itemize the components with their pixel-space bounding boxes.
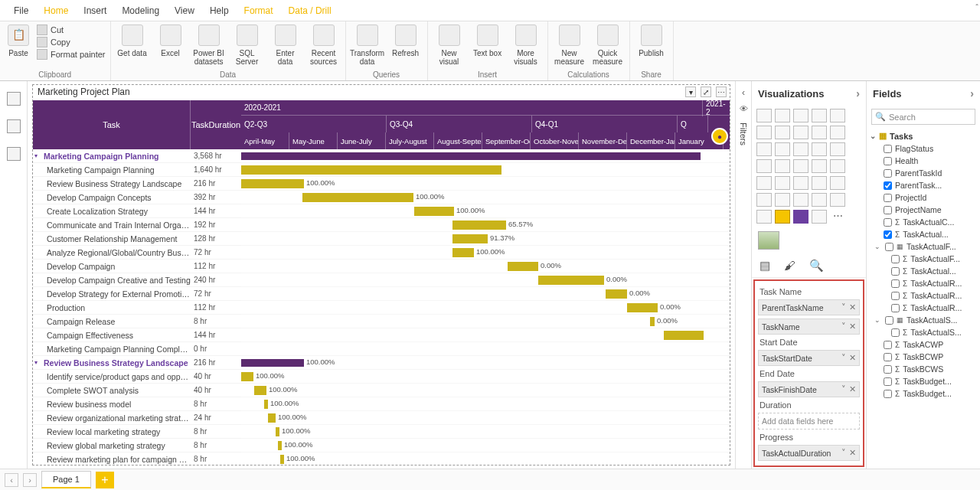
- field-item[interactable]: ⌄▦TaskActualS...: [870, 314, 977, 326]
- field-checkbox[interactable]: [884, 390, 892, 398]
- gantt-bar[interactable]: [280, 455, 284, 464]
- menu-help[interactable]: Help: [202, 2, 237, 19]
- viz-collapse-icon[interactable]: ›: [856, 87, 860, 100]
- field-item[interactable]: ΣTaskBudget...: [870, 387, 977, 400]
- format-painter-button[interactable]: Format painter: [37, 49, 106, 60]
- viz-more-icon[interactable]: ⋯: [830, 210, 845, 224]
- ribbon-sql-server[interactable]: SQL Server: [230, 24, 264, 66]
- task-summary-row[interactable]: Marketing Campaign Planning3,568 hr: [33, 149, 241, 163]
- fields-tab-icon[interactable]: ▤: [760, 259, 770, 273]
- field-checkbox[interactable]: [891, 267, 900, 276]
- field-checkbox[interactable]: [884, 181, 892, 190]
- viz-type-icon[interactable]: [830, 126, 845, 139]
- field-checkbox[interactable]: [884, 157, 892, 165]
- field-checkbox[interactable]: [891, 304, 900, 312]
- well-item-end[interactable]: TaskFinishDate˅✕: [758, 381, 860, 397]
- gantt-bar[interactable]: [452, 220, 506, 230]
- viz-type-icon[interactable]: [830, 142, 845, 156]
- field-item[interactable]: ΣTaskActualR...: [870, 289, 977, 302]
- field-checkbox[interactable]: [884, 230, 892, 239]
- viz-type-icon[interactable]: [756, 176, 772, 190]
- chevron-down-icon[interactable]: ˅: [841, 384, 846, 394]
- remove-icon[interactable]: ✕: [849, 302, 856, 312]
- gantt-bar[interactable]: [508, 262, 538, 271]
- ribbon-refresh[interactable]: Refresh: [389, 24, 423, 57]
- task-row[interactable]: Review local marketing strategy8 hr: [33, 425, 241, 439]
- field-checkbox[interactable]: [884, 194, 892, 202]
- field-item[interactable]: ΣTaskACWP: [870, 338, 977, 351]
- task-row[interactable]: Develop Campaign Concepts392 hr: [33, 191, 241, 204]
- viz-type-icon[interactable]: [793, 126, 808, 139]
- task-row[interactable]: Review marketing plan for campaign budge…: [33, 452, 241, 465]
- gantt-bar[interactable]: [278, 441, 282, 450]
- field-item[interactable]: ΣTaskActual...: [870, 265, 977, 277]
- task-row[interactable]: Develop Campaign112 hr: [33, 260, 241, 273]
- expand-icon[interactable]: ⌄: [870, 132, 876, 140]
- page-tab[interactable]: Page 1: [41, 471, 91, 488]
- gantt-bar[interactable]: [254, 386, 266, 395]
- filters-pane-collapsed[interactable]: ‹ 👁 Filters: [735, 81, 752, 469]
- field-checkbox[interactable]: [885, 243, 893, 251]
- task-row[interactable]: Review business model8 hr: [33, 397, 241, 411]
- gantt-bar[interactable]: [538, 276, 604, 285]
- field-checkbox[interactable]: [884, 353, 892, 361]
- gantt-bar[interactable]: [452, 234, 488, 243]
- filters-expand-icon[interactable]: ‹: [742, 87, 745, 98]
- data-view-icon[interactable]: [7, 119, 21, 133]
- viz-type-icon[interactable]: [793, 193, 808, 207]
- gantt-bar[interactable]: [414, 207, 454, 216]
- viz-type-icon[interactable]: [812, 142, 827, 156]
- ribbon-power-bi-datasets[interactable]: Power BI datasets: [192, 24, 226, 66]
- viz-type-icon[interactable]: [756, 142, 772, 156]
- field-item[interactable]: ΣTaskActualC...: [870, 216, 977, 228]
- viz-type-icon[interactable]: [756, 210, 772, 224]
- gantt-bar[interactable]: [606, 289, 627, 299]
- chevron-down-icon[interactable]: ˅: [841, 322, 846, 332]
- field-checkbox[interactable]: [891, 255, 900, 263]
- expand-icon[interactable]: ⌄: [874, 243, 880, 250]
- field-item[interactable]: ΣTaskBudget...: [870, 375, 977, 387]
- viz-type-icon[interactable]: [775, 109, 790, 122]
- viz-type-icon[interactable]: [793, 142, 808, 156]
- chevron-down-icon[interactable]: ˅: [841, 302, 846, 312]
- menu-file[interactable]: File: [6, 2, 36, 19]
- viz-type-icon[interactable]: [756, 109, 772, 122]
- field-item[interactable]: ΣTaskActualR...: [870, 302, 977, 314]
- viz-type-icon[interactable]: [775, 193, 790, 207]
- analytics-tab-icon[interactable]: 🔍: [809, 259, 824, 273]
- ribbon-recent-sources[interactable]: Recent sources: [307, 24, 341, 66]
- viz-type-icon[interactable]: [756, 193, 772, 207]
- cut-button[interactable]: Cut: [37, 24, 106, 35]
- add-page-button[interactable]: +: [96, 472, 114, 488]
- paste-button[interactable]: 📋Paste: [5, 24, 32, 57]
- filters-eye-icon[interactable]: 👁: [740, 104, 748, 113]
- well-item-taskname[interactable]: TaskName˅✕: [758, 318, 860, 335]
- viz-type-icon[interactable]: [775, 176, 790, 190]
- fields-collapse-icon[interactable]: ›: [970, 87, 974, 100]
- gantt-bar[interactable]: [264, 400, 268, 409]
- ribbon-new-visual[interactable]: New visual: [433, 24, 466, 66]
- gantt-bar[interactable]: [241, 152, 701, 160]
- task-row[interactable]: Review Business Strategy Landscape216 hr: [33, 177, 241, 191]
- task-summary-row[interactable]: Review Business Strategy Landscape216 hr: [33, 356, 241, 370]
- field-checkbox[interactable]: [884, 341, 892, 349]
- gantt-bar[interactable]: [452, 248, 474, 257]
- viz-type-icon[interactable]: [793, 109, 808, 122]
- remove-icon[interactable]: ✕: [849, 448, 856, 458]
- viz-type-icon[interactable]: [775, 210, 790, 224]
- field-item[interactable]: Health: [870, 155, 977, 167]
- menu-view[interactable]: View: [167, 2, 202, 19]
- field-checkbox[interactable]: [885, 316, 893, 325]
- copy-button[interactable]: Copy: [37, 37, 106, 47]
- menu-format[interactable]: Format: [237, 2, 281, 19]
- task-row[interactable]: Campaign Release8 hr: [33, 315, 241, 328]
- table-tasks[interactable]: ⌄ ▦ Tasks: [870, 129, 977, 142]
- field-checkbox[interactable]: [884, 206, 892, 214]
- well-drop-duration[interactable]: Add data fields here: [758, 413, 860, 430]
- focus-icon[interactable]: ⤢: [701, 87, 711, 97]
- menu-home[interactable]: Home: [36, 2, 76, 19]
- viz-type-icon[interactable]: [775, 159, 790, 173]
- ribbon-publish[interactable]: Publish: [635, 24, 668, 57]
- task-row[interactable]: Create Localization Strategy144 hr: [33, 204, 241, 218]
- field-checkbox[interactable]: [884, 169, 892, 178]
